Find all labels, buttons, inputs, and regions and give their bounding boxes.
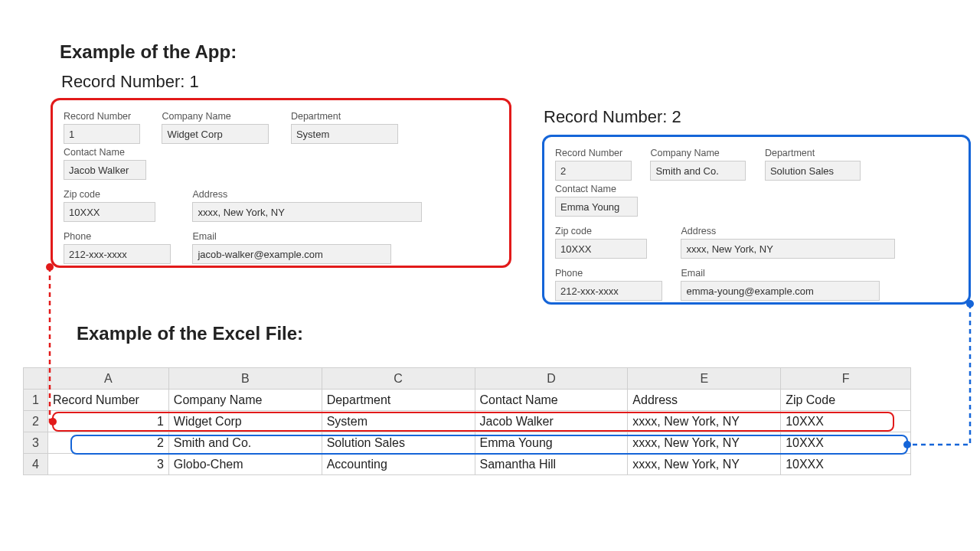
- cell[interactable]: Emma Young: [475, 432, 628, 454]
- row-header[interactable]: 4: [24, 454, 48, 475]
- col-header[interactable]: D: [475, 368, 628, 390]
- input-zip[interactable]: 10XXX: [64, 202, 155, 222]
- label-contact-name: Contact Name: [555, 184, 639, 194]
- col-header[interactable]: B: [168, 368, 322, 390]
- table-row: 3 2 Smith and Co. Solution Sales Emma Yo…: [24, 432, 911, 454]
- label-department: Department: [291, 111, 406, 122]
- col-header[interactable]: A: [47, 368, 168, 390]
- cell[interactable]: Record Number: [47, 390, 168, 411]
- label-email: Email: [681, 268, 910, 279]
- cell[interactable]: Company Name: [168, 390, 322, 411]
- column-header-row: A B C D E F: [24, 368, 911, 390]
- label-address: Address: [192, 189, 437, 200]
- input-zip[interactable]: 10XXX: [555, 239, 647, 259]
- row-header[interactable]: 3: [24, 432, 48, 454]
- label-zip: Zip code: [555, 226, 670, 236]
- label-company-name: Company Name: [162, 111, 276, 122]
- record-label-2: Record Number: 2: [544, 107, 681, 127]
- spreadsheet: A B C D E F 1 Record Number Company Name…: [23, 367, 911, 475]
- cell[interactable]: 10XXX: [781, 432, 911, 454]
- heading-excel: Example of the Excel File:: [77, 323, 303, 344]
- table-row: 2 1 Widget Corp System Jacob Walker xxxx…: [24, 411, 911, 432]
- connector-dot: [49, 418, 57, 425]
- corner-cell: [24, 368, 48, 390]
- cell[interactable]: xxxx, New York, NY: [628, 432, 781, 454]
- label-email: Email: [192, 231, 437, 242]
- label-phone: Phone: [555, 268, 670, 279]
- form-record-1: Record Number 1 Company Name Widget Corp…: [51, 98, 511, 268]
- cell[interactable]: 3: [47, 454, 168, 475]
- col-header[interactable]: C: [322, 368, 475, 390]
- col-header[interactable]: F: [781, 368, 911, 390]
- input-department[interactable]: Solution Sales: [765, 161, 861, 181]
- cell[interactable]: Zip Code: [781, 390, 911, 411]
- cell[interactable]: 1: [47, 411, 168, 432]
- label-record-number: Record Number: [555, 148, 639, 158]
- cell[interactable]: Smith and Co.: [168, 432, 322, 454]
- label-zip: Zip code: [64, 189, 178, 200]
- input-email[interactable]: jacob-walker@example.com: [192, 244, 391, 264]
- cell[interactable]: Accounting: [322, 454, 475, 475]
- cell[interactable]: Contact Name: [475, 390, 628, 411]
- cell[interactable]: 10XXX: [781, 411, 911, 432]
- input-phone[interactable]: 212-xxx-xxxx: [64, 244, 171, 264]
- input-address[interactable]: xxxx, New York, NY: [192, 202, 422, 222]
- cell[interactable]: Globo-Chem: [168, 454, 322, 475]
- input-contact-name[interactable]: Jacob Walker: [64, 160, 146, 180]
- row-header[interactable]: 1: [24, 390, 48, 411]
- input-contact-name[interactable]: Emma Young: [555, 197, 638, 217]
- label-address: Address: [681, 226, 910, 236]
- input-company-name[interactable]: Widget Corp: [162, 124, 269, 144]
- cell[interactable]: System: [322, 411, 475, 432]
- cell[interactable]: 2: [47, 432, 168, 454]
- heading-app: Example of the App:: [60, 41, 237, 63]
- table-row: 4 3 Globo-Chem Accounting Samantha Hill …: [24, 454, 911, 475]
- input-company-name[interactable]: Smith and Co.: [650, 161, 746, 181]
- label-contact-name: Contact Name: [64, 147, 148, 158]
- cell[interactable]: xxxx, New York, NY: [628, 454, 781, 475]
- record-label-1: Record Number: 1: [61, 72, 199, 92]
- cell[interactable]: Widget Corp: [168, 411, 322, 432]
- input-phone[interactable]: 212-xxx-xxxx: [555, 281, 662, 301]
- input-address[interactable]: xxxx, New York, NY: [681, 239, 895, 259]
- table-row: 1 Record Number Company Name Department …: [24, 390, 911, 411]
- label-record-number: Record Number: [64, 111, 148, 122]
- form-record-2: Record Number 2 Company Name Smith and C…: [542, 135, 971, 305]
- cell[interactable]: Department: [322, 390, 475, 411]
- col-header[interactable]: E: [628, 368, 781, 390]
- cell[interactable]: Solution Sales: [322, 432, 475, 454]
- connector-dot: [903, 441, 911, 448]
- cell[interactable]: xxxx, New York, NY: [628, 411, 781, 432]
- connector-dot: [46, 263, 54, 271]
- input-email[interactable]: emma-young@example.com: [681, 281, 880, 301]
- cell[interactable]: Samantha Hill: [475, 454, 628, 475]
- label-company-name: Company Name: [650, 148, 753, 158]
- row-header[interactable]: 2: [24, 411, 48, 432]
- cell[interactable]: 10XXX: [781, 454, 911, 475]
- input-record-number[interactable]: 2: [555, 161, 632, 181]
- label-department: Department: [765, 148, 868, 158]
- connector-dot: [966, 300, 974, 308]
- input-record-number[interactable]: 1: [64, 124, 140, 144]
- label-phone: Phone: [64, 231, 178, 242]
- cell[interactable]: Jacob Walker: [475, 411, 628, 432]
- cell[interactable]: Address: [628, 390, 781, 411]
- input-department[interactable]: System: [291, 124, 398, 144]
